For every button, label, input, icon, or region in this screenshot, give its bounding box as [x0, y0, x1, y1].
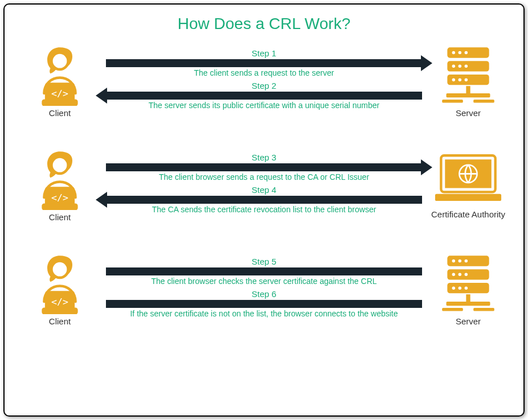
- svg-rect-9: [442, 100, 463, 103]
- client-actor-3: </> Client: [17, 252, 103, 326]
- step-5: Step 5 The client browser checks the ser…: [106, 257, 422, 286]
- svg-rect-2: [43, 101, 77, 105]
- step-3-label: Step 3: [106, 153, 422, 162]
- client-actor-2: </> Client: [17, 147, 103, 222]
- step-2-label: Step 2: [106, 81, 422, 90]
- step-5-desc: The client browser checks the server cer…: [106, 277, 422, 286]
- svg-point-28: [51, 261, 68, 278]
- ca-label: Certificate Authority: [431, 209, 505, 219]
- ca-actor: Certificate Authority: [425, 150, 511, 219]
- server-label-1: Server: [456, 108, 481, 118]
- step-1-label: Step 1: [106, 48, 422, 58]
- client-label-1: Client: [49, 108, 71, 118]
- steps-col-1: Step 1 The client sends a request to the…: [103, 48, 425, 113]
- step-3-desc: The client browser sends a request to th…: [106, 172, 422, 182]
- svg-point-14: [452, 65, 456, 68]
- step-1: Step 1 The client sends a request to the…: [106, 48, 422, 77]
- client-icon: </>: [28, 252, 91, 314]
- arrow-left-icon: [106, 196, 422, 204]
- server-actor-1: Server: [425, 43, 511, 118]
- svg-rect-35: [466, 294, 470, 302]
- server-icon: [437, 43, 500, 106]
- step-6-label: Step 6: [106, 289, 422, 299]
- svg-text:</>: </>: [51, 297, 68, 307]
- svg-point-19: [465, 78, 468, 81]
- step-2-desc: The server sends its public certificate …: [106, 101, 422, 110]
- server-actor-2: Server: [425, 252, 511, 326]
- svg-rect-36: [447, 302, 490, 306]
- server-icon: [437, 252, 500, 314]
- svg-point-45: [452, 286, 456, 290]
- client-icon: </>: [28, 147, 91, 210]
- step-2: Step 2 The server sends its public certi…: [106, 81, 422, 110]
- arrow-right-icon: [106, 59, 422, 67]
- svg-point-44: [465, 273, 468, 277]
- svg-point-47: [465, 286, 468, 290]
- svg-rect-37: [442, 308, 463, 311]
- svg-rect-8: [447, 93, 490, 97]
- svg-point-17: [452, 78, 456, 81]
- step-4-label: Step 4: [106, 185, 422, 195]
- step-4-desc: The CA sends the certificate revocation …: [106, 205, 422, 214]
- client-icon: </>: [28, 43, 91, 106]
- svg-text:</>: </>: [51, 192, 68, 203]
- server-label-2: Server: [456, 316, 481, 326]
- step-6-desc: If the server certificate is not on the …: [106, 309, 422, 318]
- svg-point-12: [459, 51, 462, 55]
- certificate-authority-icon: [431, 150, 505, 207]
- step-5-label: Step 5: [106, 257, 422, 266]
- svg-point-40: [459, 260, 462, 263]
- steps-col-2: Step 3 The client browser sends a reques…: [103, 153, 425, 217]
- svg-point-0: [51, 53, 68, 69]
- svg-point-16: [465, 65, 468, 68]
- step-3: Step 3 The client browser sends a reques…: [106, 153, 422, 182]
- svg-rect-10: [473, 100, 494, 103]
- flow-row-3: </> Client Step 5 The client browser che…: [17, 252, 511, 326]
- svg-rect-22: [43, 205, 77, 209]
- svg-point-41: [465, 260, 468, 263]
- svg-point-39: [452, 260, 456, 263]
- diagram-frame: How Does a CRL Work? </> Client Step 1 T…: [3, 3, 525, 417]
- bar-icon: [106, 300, 422, 308]
- svg-point-13: [465, 51, 468, 55]
- diagram-title: How Does a CRL Work?: [17, 15, 511, 33]
- steps-col-3: Step 5 The client browser checks the ser…: [103, 257, 425, 322]
- flow-row-2: </> Client Step 3 The client browser sen…: [17, 147, 511, 222]
- svg-rect-26: [435, 194, 501, 201]
- svg-rect-7: [466, 86, 470, 93]
- svg-point-43: [459, 273, 462, 277]
- svg-point-42: [452, 273, 456, 277]
- svg-point-46: [459, 286, 462, 290]
- step-6: Step 6 If the server certificate is not …: [106, 289, 422, 318]
- bar-icon: [106, 267, 422, 275]
- step-4: Step 4 The CA sends the certificate revo…: [106, 185, 422, 214]
- svg-point-15: [459, 65, 462, 68]
- svg-rect-38: [473, 308, 494, 311]
- svg-point-11: [452, 51, 456, 55]
- arrow-left-icon: [106, 92, 422, 100]
- svg-text:</>: </>: [51, 88, 68, 99]
- arrow-right-icon: [106, 163, 422, 171]
- client-label-2: Client: [49, 212, 71, 222]
- client-label-3: Client: [49, 316, 71, 326]
- svg-rect-30: [43, 309, 77, 313]
- step-1-desc: The client sends a request to the server: [106, 68, 422, 77]
- client-actor-1: </> Client: [17, 43, 103, 118]
- svg-point-18: [459, 78, 462, 81]
- flow-row-1: </> Client Step 1 The client sends a req…: [17, 43, 511, 118]
- svg-point-20: [51, 157, 68, 174]
